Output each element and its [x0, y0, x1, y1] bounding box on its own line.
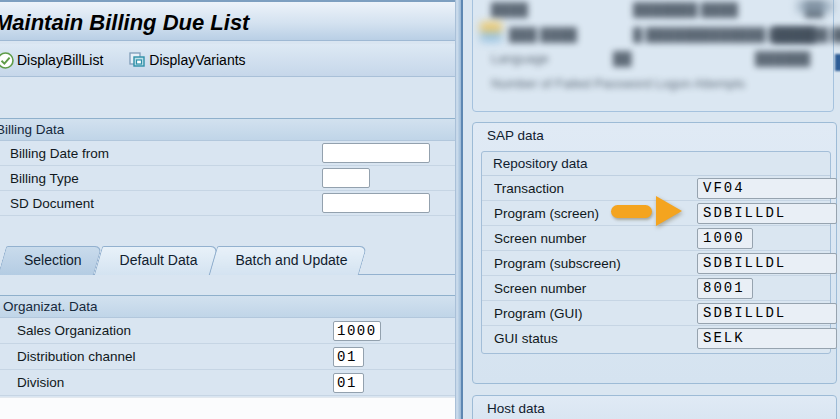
sales-organization-label: Sales Organization [17, 323, 131, 338]
sd-document-input[interactable] [322, 193, 430, 213]
sd-document-row: SD Document [0, 191, 456, 216]
program-gui-row: Program (GUI) SDBILLDL [482, 301, 830, 326]
tab-selection[interactable]: Selection [2, 246, 98, 275]
screen-number-label: Screen number [494, 231, 586, 246]
display-bill-list-button[interactable]: DisplayBillList [0, 50, 107, 71]
distribution-channel-label: Distribution channel [17, 349, 136, 364]
screen-number-row: Screen number 1000 [482, 226, 830, 251]
redacted-label-2: ███ ████ [509, 27, 577, 42]
host-data-group-title: Host data [473, 396, 836, 419]
language-value: ██ [613, 51, 631, 66]
distribution-channel-input[interactable] [333, 347, 364, 367]
screen-number-2-label: Screen number [494, 281, 586, 296]
program-screen-row: Program (screen) SDBILLDL [482, 201, 830, 226]
host-data-group: Host data [472, 395, 837, 419]
display-variants-button[interactable]: DisplayVariants [125, 50, 249, 71]
failed-password-attempts-label: Number of Failed Password Logon Attempts [491, 76, 745, 91]
program-screen-field[interactable]: SDBILLDL [697, 203, 837, 224]
screen-number-field[interactable]: 1000 [697, 228, 753, 249]
division-label: Division [17, 375, 64, 390]
gui-status-row: GUI status SELK [482, 326, 830, 351]
program-gui-label: Program (GUI) [494, 306, 583, 321]
tab-batch-and-update[interactable]: Batch and Update [213, 246, 363, 275]
transaction-row: Transaction VF04 [482, 176, 830, 201]
system-icon [480, 22, 502, 42]
program-subscreen-label: Program (subscreen) [494, 256, 621, 271]
redacted-user-section: ████ ███████ ████ ██ ███ ████ █ ████████… [472, 0, 834, 112]
cut-off-button-edge [835, 54, 840, 71]
gui-status-label: GUI status [494, 331, 558, 346]
organizat-data-group-header: Organizat. Data [0, 295, 456, 318]
distribution-channel-row: Distribution channel [0, 344, 456, 370]
tab-default-data-label: Default Data [120, 252, 198, 268]
repository-data-group: Repository data Transaction VF04 Program… [481, 151, 831, 354]
tab-selection-label: Selection [24, 252, 82, 268]
redacted-right-3: ██████ [755, 51, 810, 66]
transaction-label: Transaction [494, 181, 564, 196]
screen-number-2-row: Screen number 8001 [482, 276, 830, 301]
billing-type-row: Billing Type [0, 166, 456, 191]
billing-data-group-header: Billing Data [0, 118, 456, 141]
billing-type-label: Billing Type [10, 171, 79, 186]
billing-data-group: Billing Data Billing Date from Billing T… [0, 118, 456, 216]
tab-strip: Selection Default Data Batch and Update [2, 246, 364, 275]
application-toolbar: DisplayBillList DisplayVariants [0, 44, 455, 77]
division-row: Division [0, 370, 456, 396]
redacted-right-2: ██████ ██ [773, 27, 840, 42]
sales-organization-row: Sales Organization [0, 318, 456, 344]
division-input[interactable] [333, 373, 364, 393]
redacted-label-1: ████ [491, 2, 528, 17]
system-status-window: ████ ███████ ████ ██ ███ ████ █ ████████… [461, 0, 840, 419]
program-screen-label: Program (screen) [494, 206, 599, 221]
repository-data-group-title: Repository data [482, 152, 830, 176]
gui-status-field[interactable]: SELK [697, 328, 837, 349]
sap-data-group: SAP data Repository data Transaction VF0… [472, 122, 837, 384]
program-subscreen-row: Program (subscreen) SDBILLDL [482, 251, 830, 276]
redacted-corner-blob [797, 0, 833, 13]
program-gui-field[interactable]: SDBILLDL [697, 303, 837, 324]
window-titlebar: Maintain Billing Due List [0, 0, 455, 41]
billing-date-from-label: Billing Date from [10, 146, 109, 161]
organizat-data-group: Organizat. Data Sales Organization Distr… [0, 295, 456, 396]
page-title: Maintain Billing Due List [0, 10, 249, 36]
billing-data-group-title: Billing Data [0, 122, 64, 137]
organizat-data-group-title: Organizat. Data [3, 299, 98, 314]
bill-list-check-icon [0, 52, 14, 69]
language-label: Language [491, 51, 549, 66]
billing-date-from-row: Billing Date from [0, 141, 456, 166]
billing-type-input[interactable] [322, 168, 370, 188]
redacted-value-1: ███████ ████ [633, 2, 738, 17]
program-subscreen-field[interactable]: SDBILLDL [697, 253, 837, 274]
billing-date-from-input[interactable] [322, 143, 430, 163]
tab-batch-and-update-label: Batch and Update [235, 252, 347, 268]
display-bill-list-label: DisplayBillList [17, 52, 103, 68]
window-bottom-band [0, 397, 455, 419]
sap-data-group-title: SAP data [473, 123, 836, 147]
screen: Maintain Billing Due List DisplayBillLis… [0, 0, 840, 419]
variants-icon [129, 52, 146, 69]
sd-document-label: SD Document [10, 196, 94, 211]
display-variants-label: DisplayVariants [149, 52, 245, 68]
tab-default-data[interactable]: Default Data [98, 246, 214, 275]
sales-organization-input[interactable] [333, 321, 381, 341]
billing-due-list-window: Maintain Billing Due List DisplayBillLis… [0, 0, 456, 419]
screen-number-2-field[interactable]: 8001 [697, 278, 753, 299]
transaction-field[interactable]: VF04 [697, 178, 837, 199]
